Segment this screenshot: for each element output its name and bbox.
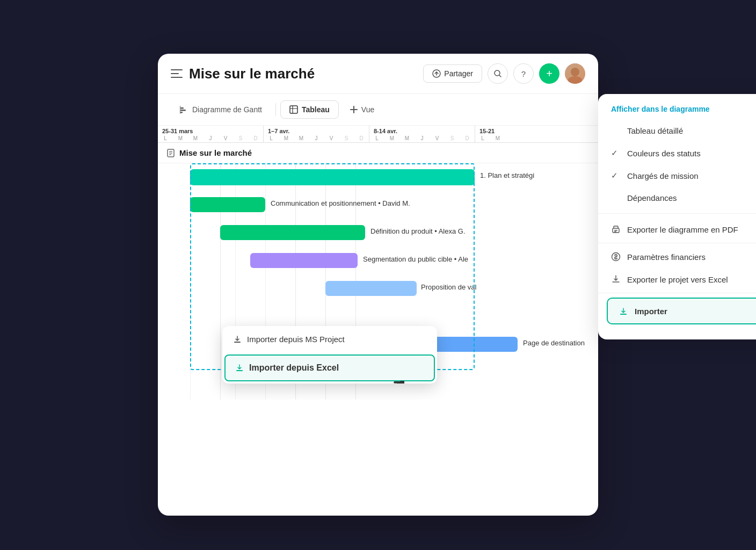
tab-tableau-label: Tableau — [302, 105, 330, 114]
svg-rect-18 — [614, 230, 617, 231]
share-label: Partager — [444, 69, 473, 78]
right-panel-item-financial[interactable]: Paramètres financiers — [598, 245, 756, 268]
share-icon — [432, 69, 441, 78]
tab-tableau[interactable]: Tableau — [280, 100, 339, 119]
svg-rect-6 — [290, 106, 297, 113]
table-icon — [289, 105, 298, 114]
svg-rect-16 — [236, 370, 243, 371]
svg-rect-3 — [180, 110, 186, 111]
item-financial-label: Paramètres financiers — [627, 252, 706, 262]
tab-gantt-label: Diagramme de Gantt — [192, 105, 262, 114]
bar-label-5: Proposition de val — [421, 283, 476, 291]
item-import-label: Importer — [635, 307, 667, 316]
import-ms-project-label: Importer depuis MS Project — [247, 335, 345, 344]
project-name: Mise sur le marché — [179, 148, 252, 157]
period-2-label: 1–7 avr. — [264, 126, 369, 134]
bar-teal-group — [190, 169, 475, 185]
import-ms-project-item[interactable]: Importer depuis MS Project — [222, 326, 437, 352]
gantt-icon — [180, 105, 188, 114]
share-button[interactable]: Partager — [423, 64, 482, 83]
dollar-icon — [611, 252, 621, 262]
right-panel-title: Afficher dans le diagramme — [598, 105, 756, 120]
tab-vue[interactable]: Vue — [341, 100, 383, 119]
search-icon — [493, 69, 502, 78]
svg-rect-19 — [614, 231, 616, 233]
gantt-row-3: Définition du produit • Alexa G. — [158, 219, 598, 247]
right-panel-item-dependencies[interactable]: Dépendances — [598, 187, 756, 209]
day-l1: L — [158, 134, 173, 142]
right-panel-item-detailed-table[interactable]: Tableau détaillé — [598, 120, 756, 142]
header-left: Mise sur le marché — [171, 66, 315, 82]
gantt-row-2: Communication et positionnement • David … — [158, 191, 598, 219]
plus-icon — [350, 106, 358, 113]
search-button[interactable] — [488, 63, 508, 84]
day-s1: S — [233, 134, 248, 142]
gantt-bars-area: 1. Plan et stratégi Communication et pos… — [158, 163, 598, 400]
checkmark-assignees: ✓ — [611, 171, 622, 180]
bar-label-4: Segmentation du public cible • Ale — [363, 255, 468, 263]
item-export-excel-label: Exporter le projet vers Excel — [627, 275, 728, 284]
day-j1: J — [203, 134, 218, 142]
item-detailed-table-label: Tableau détaillé — [627, 126, 683, 135]
card-wrapper: Mise sur le marché Partager — [158, 32, 598, 516]
cursor-hand-icon: ☚ — [392, 377, 405, 383]
avatar-image — [565, 63, 585, 84]
right-panel-item-export-pdf[interactable]: Exporter le diagramme en PDF — [598, 218, 756, 241]
right-panel-item-import[interactable]: Importer › — [607, 298, 756, 324]
bar-lightblue — [325, 281, 417, 296]
day-v1: V — [218, 134, 233, 142]
checkmark-status: ✓ — [611, 148, 622, 158]
svg-rect-15 — [234, 342, 241, 343]
header-right: Partager ? + — [423, 63, 585, 84]
bar-label-3: Définition du produit • Alexa G. — [370, 227, 466, 235]
menu-icon[interactable] — [171, 69, 183, 78]
plus-icon: + — [546, 68, 553, 79]
add-button[interactable]: + — [539, 63, 559, 84]
tabs-bar: Diagramme de Gantt Tableau — [158, 94, 598, 126]
item-export-pdf-label: Exporter le diagramme en PDF — [627, 225, 738, 234]
gantt-row-4: Segmentation du public cible • Ale — [158, 247, 598, 275]
import-ms-project-icon — [233, 335, 242, 344]
help-button[interactable]: ? — [513, 63, 534, 84]
bar-green-short — [190, 197, 265, 212]
header: Mise sur le marché Partager — [158, 54, 598, 94]
export-icon — [611, 274, 621, 284]
page-title: Mise sur le marché — [189, 66, 315, 82]
tab-divider — [275, 103, 276, 116]
import-icon — [619, 306, 628, 316]
right-panel-item-export-excel[interactable]: Exporter le projet vers Excel — [598, 268, 756, 291]
period-4-label: 15-21 — [475, 126, 505, 134]
right-panel-item-assignees[interactable]: ✓ Chargés de mission — [598, 164, 756, 187]
gantt-area: 25-31 mars L M M J V S D — [158, 126, 598, 400]
bar-label-1: 1. Plan et stratégi — [480, 171, 534, 179]
svg-rect-21 — [620, 314, 627, 315]
day-m1: M — [173, 134, 188, 142]
project-row: Mise sur le marché — [158, 143, 598, 163]
tab-gantt[interactable]: Diagramme de Gantt — [171, 100, 271, 119]
item-status-colors-label: Couleurs des statuts — [627, 149, 701, 158]
printer-icon — [611, 225, 621, 234]
avatar — [565, 63, 585, 84]
gantt-row-1: 1. Plan et stratégi — [158, 163, 598, 191]
main-card: Mise sur le marché Partager — [158, 54, 598, 516]
right-panel: Afficher dans le diagramme Tableau détai… — [598, 94, 756, 339]
page-layout: Mise sur le marché Partager — [0, 0, 756, 550]
tab-vue-label: Vue — [361, 105, 374, 114]
import-excel-icon — [235, 364, 244, 372]
bar-label-6: Page de destination — [523, 339, 585, 347]
import-excel-item[interactable]: Importer depuis Excel ☚ — [224, 354, 435, 381]
svg-rect-4 — [180, 112, 183, 113]
import-excel-label: Importer depuis Excel — [249, 363, 339, 373]
item-dependencies-label: Dépendances — [627, 193, 677, 202]
import-submenu: Importer depuis MS Project Importer depu… — [222, 326, 437, 383]
help-icon: ? — [521, 69, 526, 78]
bar-purple — [250, 253, 358, 268]
right-panel-item-status-colors[interactable]: ✓ Couleurs des statuts — [598, 142, 756, 164]
bar-label-2: Communication et positionnement • David … — [271, 199, 410, 207]
day-d1: D — [248, 134, 263, 142]
divider-3 — [598, 293, 756, 293]
divider-1 — [598, 213, 756, 214]
svg-rect-2 — [180, 107, 184, 109]
period-3-label: 8-14 avr. — [369, 126, 475, 134]
period-1-label: 25-31 mars — [158, 126, 263, 134]
